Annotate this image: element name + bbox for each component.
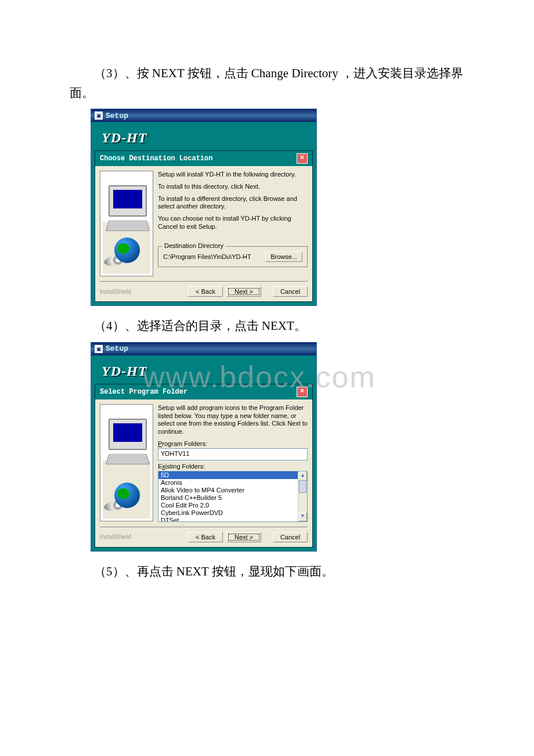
- scrollbar[interactable]: ▲ ▼: [298, 471, 307, 521]
- close-icon[interactable]: ×: [297, 153, 308, 164]
- browse-button[interactable]: Browse...: [265, 251, 302, 262]
- dialog-intro-text: Setup will add program icons to the Prog…: [158, 404, 308, 436]
- back-button[interactable]: < Back: [188, 532, 223, 542]
- dialog-text-4: You can choose not to install YD-HT by c…: [158, 215, 308, 231]
- program-folder-input[interactable]: YDHTV11: [158, 448, 308, 460]
- instruction-paragraph-4: （4）、选择适合的目录，点击 NEXT。: [70, 316, 464, 336]
- monitor-icon: [109, 185, 147, 217]
- scroll-up-icon[interactable]: ▲: [298, 471, 307, 481]
- list-item[interactable]: DTSet: [158, 517, 307, 522]
- list-item[interactable]: Allok Video to MP4 Converter: [158, 487, 307, 494]
- dialog-title-text: Choose Destination Location: [100, 154, 212, 163]
- dialog-text-1: Setup will install YD-HT in the followin…: [158, 171, 308, 179]
- next-button[interactable]: Next >: [226, 286, 261, 297]
- list-item[interactable]: Cool Edit Pro 2.0: [158, 502, 307, 509]
- program-folders-label: Program Folders:: [158, 440, 308, 447]
- dialog-footer: InstallShield < Back Next > Cancel: [100, 527, 308, 547]
- dialog-footer: InstallShield < Back Next > Cancel: [100, 281, 308, 301]
- dialog-content: Setup will add program icons to the Prog…: [158, 404, 308, 522]
- installshield-label: InstallShield: [100, 289, 131, 295]
- scroll-thumb[interactable]: [299, 480, 306, 493]
- list-item[interactable]: Acronis: [158, 479, 307, 487]
- existing-folders-label: Existing Folders:: [158, 463, 308, 470]
- back-button[interactable]: < Back: [188, 286, 223, 297]
- dialog-text-3: To install to a different directory, cli…: [158, 195, 308, 211]
- groupbox-label: Destination Directory: [162, 242, 226, 249]
- titlebar[interactable]: ▣ Setup: [91, 109, 316, 122]
- choose-destination-dialog: Choose Destination Location × Setup will…: [95, 150, 313, 302]
- keyboard-icon: [106, 453, 150, 464]
- scroll-down-icon[interactable]: ▼: [298, 512, 307, 521]
- next-button[interactable]: Next >: [226, 532, 261, 542]
- list-item[interactable]: 5D: [158, 471, 307, 479]
- dialog-text-2: To install to this directory, click Next…: [158, 183, 308, 191]
- globe-icon: [114, 237, 140, 263]
- brand-logo: YD-HT: [102, 130, 147, 145]
- monitor-icon: [109, 419, 147, 450]
- destination-directory-group: Destination Directory C:\Program Files\Y…: [158, 246, 308, 267]
- cancel-button[interactable]: Cancel: [273, 532, 308, 542]
- setup-window-1: ▣ Setup YD-HT Choose Destination Locatio…: [91, 109, 317, 306]
- dialog-titlebar: Choose Destination Location ×: [95, 151, 312, 166]
- installshield-label: InstallShield: [100, 534, 131, 540]
- wizard-graphic: [100, 171, 153, 276]
- list-item[interactable]: Borland C++Builder 5: [158, 494, 307, 502]
- setup-icon: ▣: [95, 345, 103, 353]
- instruction-paragraph-3: （3）、按 NEXT 按钮，点击 Change Directory ，进入安装目…: [70, 64, 464, 103]
- close-icon[interactable]: ×: [297, 387, 308, 397]
- titlebar-text: Setup: [106, 344, 128, 353]
- setup-window-2: ▣ Setup YD-HT Select Program Folder ×: [91, 342, 317, 552]
- brand-area: YD-HT: [91, 355, 316, 384]
- dialog-titlebar: Select Program Folder ×: [95, 384, 312, 399]
- titlebar[interactable]: ▣ Setup: [91, 343, 316, 355]
- list-item[interactable]: CyberLink PowerDVD: [158, 509, 307, 517]
- dialog-title-text: Select Program Folder: [100, 388, 187, 396]
- destination-path: C:\Program Files\YinDu\YD-HT: [163, 253, 251, 260]
- keyboard-icon: [106, 221, 150, 231]
- cancel-button[interactable]: Cancel: [273, 286, 308, 297]
- brand-area: YD-HT: [91, 122, 316, 150]
- instruction-paragraph-5: （5）、再点击 NEXT 按钮，显现如下画面。: [70, 562, 464, 582]
- globe-icon: [114, 483, 140, 508]
- existing-folders-listbox[interactable]: 5D Acronis Allok Video to MP4 Converter …: [158, 471, 308, 522]
- select-program-folder-dialog: Select Program Folder × Setup will add p…: [95, 384, 313, 548]
- titlebar-text: Setup: [106, 111, 128, 120]
- brand-logo: YD-HT: [102, 363, 147, 379]
- setup-icon: ▣: [95, 111, 103, 120]
- wizard-graphic: [100, 404, 153, 521]
- dialog-content: Setup will install YD-HT in the followin…: [158, 171, 308, 276]
